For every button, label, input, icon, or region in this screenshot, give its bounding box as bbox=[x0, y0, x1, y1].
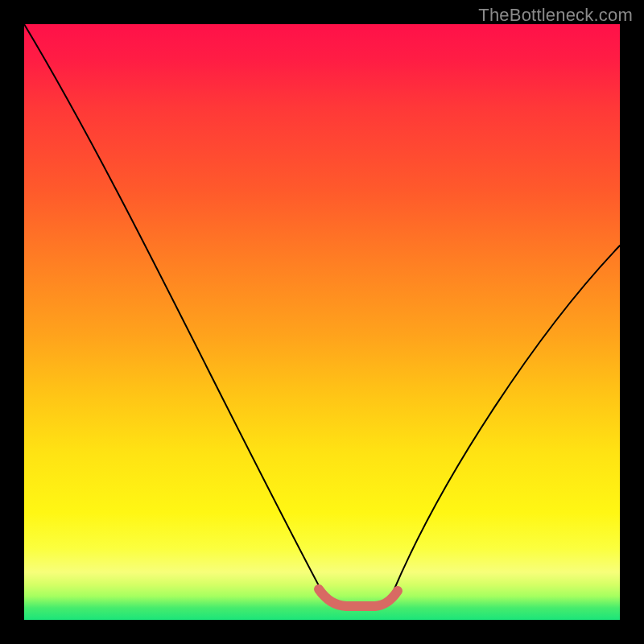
curve-layer bbox=[24, 24, 620, 620]
figure: TheBottleneck.com bbox=[0, 0, 644, 644]
highlight-dot-right bbox=[394, 587, 402, 595]
plot-area bbox=[24, 24, 620, 620]
bottleneck-curve bbox=[24, 24, 620, 605]
highlight-band bbox=[319, 589, 398, 606]
highlight-dot-left bbox=[315, 585, 323, 593]
watermark-text: TheBottleneck.com bbox=[478, 5, 633, 26]
